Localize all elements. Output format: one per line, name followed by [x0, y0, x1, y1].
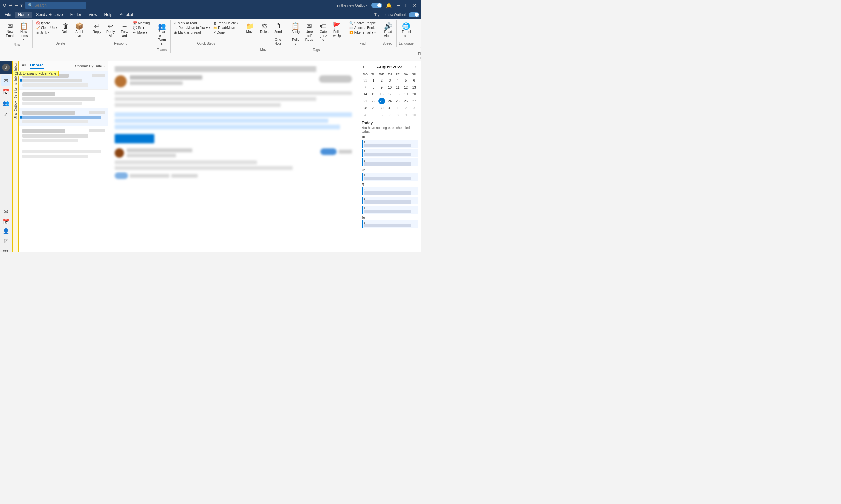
address-book-button[interactable]: 📖 Address Book — [348, 26, 377, 30]
cal-day[interactable]: 16 — [378, 91, 385, 97]
cal-day[interactable]: 2 — [378, 77, 385, 84]
im-button[interactable]: 💬 IM ▾ — [132, 26, 151, 30]
cal-prev-btn[interactable]: ‹ — [361, 64, 366, 70]
cal-day[interactable]: 19 — [403, 91, 409, 97]
cal-day[interactable]: 3 — [411, 105, 417, 111]
new-email-button[interactable]: ✉ New Email — [3, 21, 16, 39]
cal-schedule-item[interactable]: 1 — [361, 158, 418, 166]
cal-day[interactable]: 4 — [362, 112, 369, 118]
minimize-btn[interactable]: ─ — [395, 3, 402, 8]
new-items-button[interactable]: 📋 New Items ▾ — [17, 21, 30, 42]
cal-day[interactable]: 26 — [403, 98, 409, 104]
reply-all-button[interactable]: ↩ Reply All — [104, 21, 117, 39]
nav-mail[interactable]: ✉ — [1, 207, 10, 216]
translate-button[interactable]: 🌐 Translate — [399, 21, 414, 39]
menu-help[interactable]: Help — [101, 12, 116, 18]
cal-day[interactable]: 1 — [394, 105, 401, 111]
cal-day[interactable]: 29 — [370, 105, 377, 111]
meeting-button[interactable]: 📅 Meeting — [132, 21, 151, 25]
cal-day[interactable]: 30 — [378, 105, 385, 111]
menu-acrobat[interactable]: Acrobat — [116, 12, 136, 18]
cal-day[interactable]: 31 — [386, 105, 393, 111]
cal-day[interactable]: 27 — [411, 98, 417, 104]
assign-policy-button[interactable]: 📋 Assign Policy — [289, 21, 302, 48]
filter-email-button[interactable]: 🔽 Filter Email ▾ ▾ — [348, 30, 377, 35]
send-onenote-button[interactable]: 🗒 Send to OneNote — [272, 21, 285, 48]
clean-up-button[interactable]: 🧹 Clean Up ▾ — [35, 26, 58, 30]
try-new-toggle-menu[interactable] — [409, 12, 419, 17]
read-aloud-button[interactable]: 🔊 Read Aloud — [381, 21, 394, 39]
read-delete-button[interactable]: 🗑 Read/Delete ▾ — [212, 21, 240, 25]
search-input[interactable] — [34, 3, 84, 7]
folder-label-inbox1[interactable]: Inbox — [13, 62, 18, 71]
rules-button[interactable]: ⚖ Rules — [258, 21, 271, 36]
folder-label-outbox[interactable]: Outbox — [13, 100, 18, 112]
cal-day[interactable]: 25 — [394, 98, 401, 104]
read-move-jira-button[interactable]: → Read/Move to Jira ▾ ▾ — [173, 26, 211, 30]
move-button[interactable]: 📁 Move — [244, 21, 257, 36]
cal-day[interactable]: 2 — [403, 105, 409, 111]
email-item[interactable] — [19, 90, 108, 108]
ignore-button[interactable]: 🚫 Ignore — [35, 21, 58, 25]
more-icon[interactable]: ▾ — [20, 3, 23, 8]
cal-day[interactable]: 22 — [370, 98, 377, 104]
nav-tasks2[interactable]: ☑ — [1, 236, 10, 246]
cal-day[interactable]: 14 — [362, 91, 369, 97]
folder-pane-collapsed[interactable]: Click to expand Folder Pane Inbox Inbox … — [12, 61, 19, 252]
menu-folder[interactable]: Folder — [67, 12, 85, 18]
categorize-button[interactable]: 🏷 Categorize — [317, 21, 330, 43]
folder-label-sent[interactable]: Sent Items — [13, 82, 18, 100]
cal-day[interactable]: 9 — [378, 84, 385, 91]
redo-icon[interactable]: ↪ — [15, 3, 18, 8]
read-move-button[interactable]: 📂 Read/Move — [212, 26, 240, 30]
nav-people[interactable]: 👤 — [1, 227, 10, 236]
menu-send-receive[interactable]: Send / Receive — [33, 12, 66, 18]
tab-unread[interactable]: Unread — [30, 63, 44, 69]
mark-as-unread-button[interactable]: ◉ Mark as unread — [173, 30, 211, 35]
nav-calendar[interactable]: 📅 — [1, 217, 10, 226]
forward-button[interactable]: → Forward — [118, 21, 131, 39]
nav-more[interactable]: ••• — [1, 246, 10, 252]
cal-day[interactable]: 7 — [362, 84, 369, 91]
cal-schedule-item[interactable]: 1 — [361, 173, 418, 181]
menu-file[interactable]: File — [1, 12, 14, 18]
cal-day[interactable]: 1 — [370, 77, 377, 84]
delete-button[interactable]: 🗑 Delete — [59, 21, 72, 39]
refresh-icon[interactable]: ↺ — [3, 3, 6, 8]
cal-day[interactable]: 5 — [370, 112, 377, 118]
cal-day[interactable]: 10 — [386, 84, 393, 91]
share-teams-button[interactable]: 👥 Share to Teams — [155, 21, 168, 48]
cal-day[interactable]: 24 — [386, 98, 393, 104]
search-bar[interactable]: 🔍 — [25, 2, 86, 9]
cal-day[interactable]: 8 — [394, 112, 401, 118]
cal-schedule-item[interactable]: 4 — [361, 187, 418, 195]
cal-day[interactable]: 18 — [394, 91, 401, 97]
cal-day[interactable]: 31 — [362, 77, 369, 84]
unread-read-button[interactable]: ✉ Unread/ Read — [303, 21, 316, 43]
close-btn[interactable]: ✕ — [411, 3, 418, 8]
email-item[interactable] — [19, 145, 108, 161]
scheduling-poll-button[interactable]: 📊 Reply with Scheduling Poll — [418, 21, 420, 51]
cal-day[interactable]: 7 — [386, 112, 393, 118]
cal-day[interactable]: 6 — [378, 112, 385, 118]
cal-day[interactable]: 6 — [411, 77, 417, 84]
sidebar-item-people[interactable]: 👥 — [1, 98, 10, 108]
cal-day[interactable]: 15 — [370, 91, 377, 97]
cal-schedule-item[interactable]: 1 — [361, 149, 418, 157]
tab-all[interactable]: All — [22, 63, 26, 69]
cal-schedule-item[interactable]: 1 — [361, 220, 418, 228]
junk-button[interactable]: 🗑 Junk ▾ — [35, 30, 58, 35]
folder-label-jira[interactable]: Jira — [13, 113, 18, 119]
cal-day[interactable]: 5 — [403, 77, 409, 84]
cal-day[interactable]: 10 — [411, 112, 417, 118]
notification-icon[interactable]: 🔔 — [386, 3, 392, 8]
done-button[interactable]: ✔ Done — [212, 30, 240, 35]
menu-view[interactable]: View — [85, 12, 101, 18]
cal-next-btn[interactable]: › — [414, 64, 418, 70]
try-new-toggle[interactable] — [372, 3, 382, 8]
archive-button[interactable]: 📦 Archive — [73, 21, 86, 39]
sidebar-item-tasks[interactable]: ✓ — [1, 109, 10, 120]
follow-up-button[interactable]: 🚩 Follow Up — [330, 21, 344, 39]
cal-day[interactable]: 13 — [411, 84, 417, 91]
email-item[interactable] — [19, 108, 108, 126]
